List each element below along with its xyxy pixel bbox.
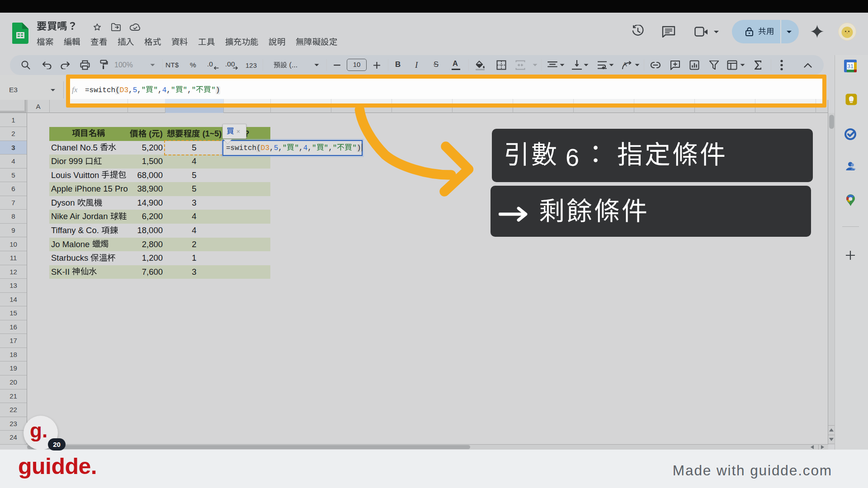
svg-text:31: 31	[847, 63, 854, 70]
svg-text:A: A	[623, 61, 627, 68]
